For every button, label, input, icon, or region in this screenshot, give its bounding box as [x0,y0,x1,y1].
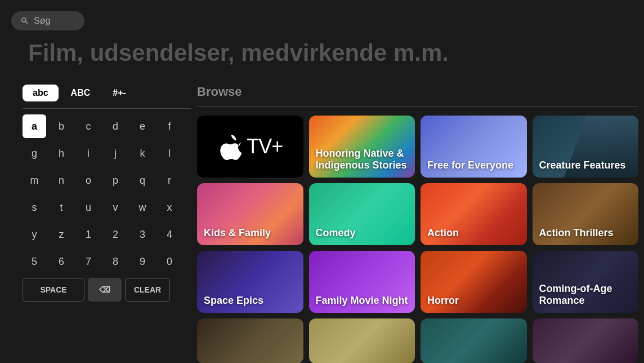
key-g[interactable]: g [23,141,46,165]
keyboard-tabs: abc ABC #+- [23,85,191,101]
tile-label-creature: Creature Features [539,160,632,172]
key-k[interactable]: k [131,141,154,165]
tile-label-free: Free for Everyone [427,160,520,172]
tile-creature[interactable]: Creature Features [533,116,639,178]
tile-space[interactable]: Space Epics [197,251,303,313]
key-6[interactable]: 6 [50,250,73,273]
tile-appletv[interactable]: TV+ [197,116,303,178]
search-label: Søg [34,16,50,26]
tab-lowercase[interactable]: abc [23,85,59,101]
search-bar[interactable]: Søg [11,11,84,30]
key-e[interactable]: e [131,114,154,138]
space-button[interactable]: SPACE [23,278,84,302]
browse-divider [197,106,638,107]
tile-label-family: Family Movie Night [316,295,409,307]
key-l[interactable]: l [158,141,181,165]
key-row-4: s t u v w x [23,196,191,219]
tile-action-thrillers[interactable]: Action Thrillers [533,183,639,245]
key-row-2: g h i j k l [23,141,191,165]
key-i[interactable]: i [77,141,100,165]
key-s[interactable]: s [23,196,46,219]
tile-action[interactable]: Action [421,183,527,245]
tile-kids[interactable]: Kids & Family [197,183,303,245]
key-2[interactable]: 2 [104,223,127,246]
key-7[interactable]: 7 [77,250,100,273]
tab-uppercase[interactable]: ABC [61,85,101,101]
appletv-logo: TV+ [217,133,283,160]
tile-doc[interactable] [197,318,303,363]
key-v[interactable]: v [104,196,127,219]
tile-label-comedy: Comedy [316,227,409,240]
tile-label-space: Space Epics [204,295,297,307]
key-j[interactable]: j [104,141,127,165]
key-w[interactable]: w [131,196,154,219]
key-h[interactable]: h [50,141,73,165]
key-z[interactable]: z [50,223,73,246]
key-3[interactable]: 3 [131,223,154,246]
key-y[interactable]: y [23,223,46,246]
main-heading: Film, udsendelser, medvirkende m.m. [28,39,449,67]
key-row-3: m n o p q r [23,169,191,192]
key-f[interactable]: f [158,114,181,138]
key-1[interactable]: 1 [77,223,100,246]
search-icon [20,16,29,25]
tile-label-thrillers: Action Thrillers [539,227,632,240]
key-t[interactable]: t [50,196,73,219]
keyboard-divider [23,108,191,109]
key-4[interactable]: 4 [158,223,181,246]
key-o[interactable]: o [77,169,100,192]
key-n[interactable]: n [50,169,73,192]
key-a[interactable]: a [23,114,46,138]
browse-title: Browse [197,85,638,99]
key-u[interactable]: u [77,196,100,219]
tile-native[interactable]: Honoring Native & Indigenous Stories [309,116,415,178]
delete-button[interactable]: ⌫ [88,278,122,302]
tile-label-horror: Horror [427,295,520,307]
key-9[interactable]: 9 [131,250,154,273]
key-row-5: y z 1 2 3 4 [23,223,191,246]
tile-comedy[interactable]: Comedy [309,183,415,245]
browse-panel: Browse TV+ Honoring Native & Indigenous … [197,85,638,363]
key-row-bottom: SPACE ⌫ CLEAR [23,278,191,302]
clear-button[interactable]: CLEAR [125,278,170,302]
tile-coming[interactable]: Coming-of-Age Romance [533,251,639,313]
key-row-6: 5 6 7 8 9 0 [23,250,191,273]
tile-horror[interactable]: Horror [421,251,527,313]
key-c[interactable]: c [77,114,100,138]
tile-drama[interactable] [421,318,527,363]
key-5[interactable]: 5 [23,250,46,273]
tile-label-native: Honoring Native & Indigenous Stories [316,148,409,172]
keyboard-panel: abc ABC #+- a b c d e f g h i j k l m n … [23,85,191,302]
browse-grid: TV+ Honoring Native & Indigenous Stories… [197,116,638,363]
tile-family[interactable]: Family Movie Night [309,251,415,313]
key-x[interactable]: x [158,196,181,219]
tile-news[interactable] [309,318,415,363]
tile-label-kids: Kids & Family [204,227,297,240]
key-d[interactable]: d [104,114,127,138]
key-row-1: a b c d e f [23,114,191,138]
key-p[interactable]: p [104,169,127,192]
key-b[interactable]: b [50,114,73,138]
key-m[interactable]: m [23,169,46,192]
key-0[interactable]: 0 [158,250,181,273]
tab-symbols[interactable]: #+- [102,85,136,101]
key-r[interactable]: r [158,169,181,192]
key-q[interactable]: q [131,169,154,192]
tv-plus-text: TV+ [247,135,283,158]
tile-label-coming: Coming-of-Age Romance [539,283,632,307]
tile-free[interactable]: Free for Everyone [421,116,527,178]
apple-icon [217,133,244,160]
key-8[interactable]: 8 [104,250,127,273]
tile-label-action: Action [427,227,520,240]
tile-extra[interactable] [533,318,639,363]
